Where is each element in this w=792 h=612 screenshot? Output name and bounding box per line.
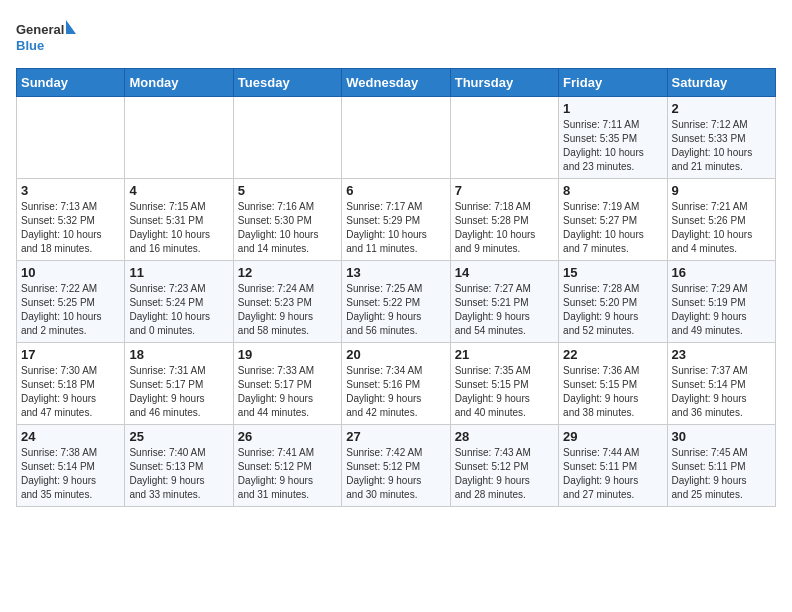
day-info: Sunrise: 7:41 AM Sunset: 5:12 PM Dayligh… (238, 446, 337, 502)
day-number: 4 (129, 183, 228, 198)
svg-marker-2 (66, 20, 76, 34)
weekday-header-friday: Friday (559, 69, 667, 97)
calendar-week-4: 17Sunrise: 7:30 AM Sunset: 5:18 PM Dayli… (17, 343, 776, 425)
day-info: Sunrise: 7:15 AM Sunset: 5:31 PM Dayligh… (129, 200, 228, 256)
calendar-cell: 29Sunrise: 7:44 AM Sunset: 5:11 PM Dayli… (559, 425, 667, 507)
day-info: Sunrise: 7:21 AM Sunset: 5:26 PM Dayligh… (672, 200, 771, 256)
calendar-cell: 10Sunrise: 7:22 AM Sunset: 5:25 PM Dayli… (17, 261, 125, 343)
weekday-header-tuesday: Tuesday (233, 69, 341, 97)
calendar-week-3: 10Sunrise: 7:22 AM Sunset: 5:25 PM Dayli… (17, 261, 776, 343)
day-info: Sunrise: 7:40 AM Sunset: 5:13 PM Dayligh… (129, 446, 228, 502)
day-info: Sunrise: 7:16 AM Sunset: 5:30 PM Dayligh… (238, 200, 337, 256)
day-number: 7 (455, 183, 554, 198)
day-number: 2 (672, 101, 771, 116)
day-number: 12 (238, 265, 337, 280)
day-info: Sunrise: 7:23 AM Sunset: 5:24 PM Dayligh… (129, 282, 228, 338)
calendar-cell: 30Sunrise: 7:45 AM Sunset: 5:11 PM Dayli… (667, 425, 775, 507)
calendar-week-1: 1Sunrise: 7:11 AM Sunset: 5:35 PM Daylig… (17, 97, 776, 179)
calendar-cell: 17Sunrise: 7:30 AM Sunset: 5:18 PM Dayli… (17, 343, 125, 425)
day-info: Sunrise: 7:13 AM Sunset: 5:32 PM Dayligh… (21, 200, 120, 256)
weekday-header-wednesday: Wednesday (342, 69, 450, 97)
day-number: 21 (455, 347, 554, 362)
calendar-cell (17, 97, 125, 179)
calendar-cell: 2Sunrise: 7:12 AM Sunset: 5:33 PM Daylig… (667, 97, 775, 179)
calendar-cell: 18Sunrise: 7:31 AM Sunset: 5:17 PM Dayli… (125, 343, 233, 425)
calendar-cell (233, 97, 341, 179)
calendar-cell: 21Sunrise: 7:35 AM Sunset: 5:15 PM Dayli… (450, 343, 558, 425)
calendar-cell: 26Sunrise: 7:41 AM Sunset: 5:12 PM Dayli… (233, 425, 341, 507)
day-number: 11 (129, 265, 228, 280)
calendar-cell (450, 97, 558, 179)
logo-svg: General Blue (16, 16, 76, 60)
svg-text:Blue: Blue (16, 38, 44, 53)
page-header: General Blue (16, 16, 776, 60)
day-number: 24 (21, 429, 120, 444)
day-number: 25 (129, 429, 228, 444)
day-number: 8 (563, 183, 662, 198)
calendar-cell: 5Sunrise: 7:16 AM Sunset: 5:30 PM Daylig… (233, 179, 341, 261)
day-number: 14 (455, 265, 554, 280)
day-info: Sunrise: 7:27 AM Sunset: 5:21 PM Dayligh… (455, 282, 554, 338)
calendar-cell: 22Sunrise: 7:36 AM Sunset: 5:15 PM Dayli… (559, 343, 667, 425)
calendar-cell: 25Sunrise: 7:40 AM Sunset: 5:13 PM Dayli… (125, 425, 233, 507)
weekday-header-monday: Monday (125, 69, 233, 97)
day-info: Sunrise: 7:38 AM Sunset: 5:14 PM Dayligh… (21, 446, 120, 502)
day-info: Sunrise: 7:12 AM Sunset: 5:33 PM Dayligh… (672, 118, 771, 174)
day-number: 5 (238, 183, 337, 198)
calendar-cell: 14Sunrise: 7:27 AM Sunset: 5:21 PM Dayli… (450, 261, 558, 343)
calendar-header-row: SundayMondayTuesdayWednesdayThursdayFrid… (17, 69, 776, 97)
day-info: Sunrise: 7:25 AM Sunset: 5:22 PM Dayligh… (346, 282, 445, 338)
day-info: Sunrise: 7:19 AM Sunset: 5:27 PM Dayligh… (563, 200, 662, 256)
calendar-cell: 20Sunrise: 7:34 AM Sunset: 5:16 PM Dayli… (342, 343, 450, 425)
day-number: 15 (563, 265, 662, 280)
day-info: Sunrise: 7:29 AM Sunset: 5:19 PM Dayligh… (672, 282, 771, 338)
day-number: 16 (672, 265, 771, 280)
weekday-header-saturday: Saturday (667, 69, 775, 97)
day-info: Sunrise: 7:33 AM Sunset: 5:17 PM Dayligh… (238, 364, 337, 420)
calendar-cell (342, 97, 450, 179)
day-info: Sunrise: 7:45 AM Sunset: 5:11 PM Dayligh… (672, 446, 771, 502)
day-number: 1 (563, 101, 662, 116)
calendar-week-5: 24Sunrise: 7:38 AM Sunset: 5:14 PM Dayli… (17, 425, 776, 507)
day-info: Sunrise: 7:37 AM Sunset: 5:14 PM Dayligh… (672, 364, 771, 420)
calendar-week-2: 3Sunrise: 7:13 AM Sunset: 5:32 PM Daylig… (17, 179, 776, 261)
calendar-cell: 1Sunrise: 7:11 AM Sunset: 5:35 PM Daylig… (559, 97, 667, 179)
weekday-header-thursday: Thursday (450, 69, 558, 97)
day-info: Sunrise: 7:43 AM Sunset: 5:12 PM Dayligh… (455, 446, 554, 502)
calendar-cell: 28Sunrise: 7:43 AM Sunset: 5:12 PM Dayli… (450, 425, 558, 507)
day-info: Sunrise: 7:42 AM Sunset: 5:12 PM Dayligh… (346, 446, 445, 502)
calendar-cell: 11Sunrise: 7:23 AM Sunset: 5:24 PM Dayli… (125, 261, 233, 343)
day-number: 9 (672, 183, 771, 198)
calendar-cell: 23Sunrise: 7:37 AM Sunset: 5:14 PM Dayli… (667, 343, 775, 425)
calendar-cell: 19Sunrise: 7:33 AM Sunset: 5:17 PM Dayli… (233, 343, 341, 425)
day-number: 30 (672, 429, 771, 444)
calendar-cell: 13Sunrise: 7:25 AM Sunset: 5:22 PM Dayli… (342, 261, 450, 343)
calendar-cell: 6Sunrise: 7:17 AM Sunset: 5:29 PM Daylig… (342, 179, 450, 261)
day-number: 27 (346, 429, 445, 444)
logo: General Blue (16, 16, 76, 60)
calendar-cell: 15Sunrise: 7:28 AM Sunset: 5:20 PM Dayli… (559, 261, 667, 343)
day-number: 28 (455, 429, 554, 444)
day-number: 26 (238, 429, 337, 444)
day-number: 29 (563, 429, 662, 444)
calendar-cell: 16Sunrise: 7:29 AM Sunset: 5:19 PM Dayli… (667, 261, 775, 343)
day-number: 3 (21, 183, 120, 198)
calendar-cell: 24Sunrise: 7:38 AM Sunset: 5:14 PM Dayli… (17, 425, 125, 507)
day-info: Sunrise: 7:35 AM Sunset: 5:15 PM Dayligh… (455, 364, 554, 420)
day-info: Sunrise: 7:28 AM Sunset: 5:20 PM Dayligh… (563, 282, 662, 338)
calendar-cell: 12Sunrise: 7:24 AM Sunset: 5:23 PM Dayli… (233, 261, 341, 343)
day-number: 19 (238, 347, 337, 362)
day-info: Sunrise: 7:31 AM Sunset: 5:17 PM Dayligh… (129, 364, 228, 420)
day-number: 10 (21, 265, 120, 280)
day-number: 20 (346, 347, 445, 362)
day-info: Sunrise: 7:34 AM Sunset: 5:16 PM Dayligh… (346, 364, 445, 420)
day-info: Sunrise: 7:17 AM Sunset: 5:29 PM Dayligh… (346, 200, 445, 256)
day-number: 18 (129, 347, 228, 362)
day-number: 6 (346, 183, 445, 198)
day-info: Sunrise: 7:30 AM Sunset: 5:18 PM Dayligh… (21, 364, 120, 420)
day-number: 22 (563, 347, 662, 362)
svg-text:General: General (16, 22, 64, 37)
day-info: Sunrise: 7:44 AM Sunset: 5:11 PM Dayligh… (563, 446, 662, 502)
day-number: 23 (672, 347, 771, 362)
calendar-cell: 9Sunrise: 7:21 AM Sunset: 5:26 PM Daylig… (667, 179, 775, 261)
